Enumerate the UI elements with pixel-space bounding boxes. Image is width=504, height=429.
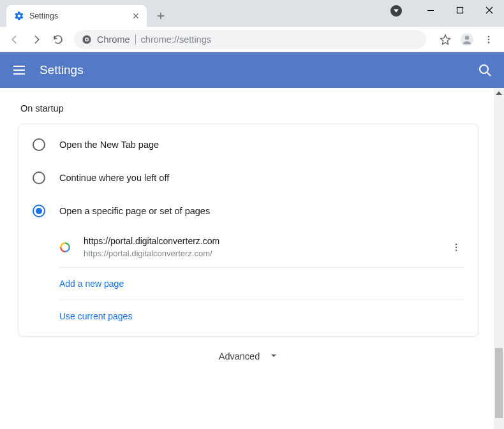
minimize-button[interactable] [416, 0, 445, 20]
page-favicon [59, 242, 71, 253]
add-page-label: Add a new page [59, 279, 124, 289]
omnibox-prefix: Chrome [97, 34, 130, 45]
scrollbar[interactable] [494, 88, 504, 429]
settings-header: Settings [0, 52, 504, 88]
window-controls [416, 0, 504, 20]
radio-continue[interactable]: Continue where you left off [19, 161, 478, 194]
maximize-button[interactable] [445, 0, 475, 20]
svg-point-8 [488, 38, 490, 40]
site-info-icon[interactable] [82, 34, 92, 45]
scroll-up-icon[interactable] [494, 88, 504, 98]
svg-point-7 [488, 36, 490, 38]
startup-page-row: https://portal.digitalconverterz.com htt… [59, 228, 464, 268]
radio-label: Continue where you left off [59, 173, 169, 183]
use-current-link[interactable]: Use current pages [59, 300, 464, 332]
browser-tab[interactable]: Settings [6, 5, 147, 27]
page-entry-title: https://portal.digitalconverterz.com [84, 235, 448, 248]
page-entry-url: https://portal.digitalconverterz.com/ [84, 248, 448, 259]
svg-point-10 [480, 65, 488, 73]
radio-icon [33, 171, 45, 184]
svg-point-17 [456, 249, 457, 251]
bookmark-star-icon[interactable] [435, 29, 456, 50]
svg-rect-1 [457, 8, 463, 13]
radio-new-tab[interactable]: Open the New Tab page [19, 128, 478, 161]
omnibox-separator [135, 34, 136, 45]
radio-label: Open a specific page or set of pages [59, 206, 210, 216]
new-tab-button[interactable] [152, 7, 170, 25]
forward-button[interactable] [27, 30, 46, 49]
profile-avatar-icon[interactable] [457, 29, 477, 50]
scrollbar-thumb[interactable] [495, 348, 503, 418]
svg-point-9 [488, 41, 490, 43]
close-icon[interactable] [131, 11, 140, 20]
search-icon[interactable] [477, 62, 493, 78]
svg-point-4 [85, 38, 87, 40]
chrome-menu-icon[interactable] [478, 29, 499, 50]
omnibox-url: chrome://settings [141, 34, 211, 45]
radio-label: Open the New Tab page [59, 140, 159, 150]
svg-point-15 [456, 244, 457, 245]
advanced-toggle[interactable]: Advanced [18, 337, 478, 367]
media-indicator-icon[interactable] [390, 5, 402, 17]
add-page-link[interactable]: Add a new page [59, 268, 464, 300]
section-heading: On startup [18, 103, 478, 113]
close-window-button[interactable] [475, 0, 504, 20]
browser-toolbar: Chrome chrome://settings [0, 27, 504, 52]
startup-card: Open the New Tab page Continue where you… [18, 124, 478, 337]
use-current-label: Use current pages [59, 311, 132, 321]
settings-content: On startup Open the New Tab page Continu… [0, 88, 494, 382]
radio-specific-pages[interactable]: Open a specific page or set of pages [19, 194, 478, 228]
hamburger-menu-icon[interactable] [11, 62, 27, 78]
page-title: Settings [40, 63, 477, 77]
radio-icon [33, 138, 45, 151]
advanced-label: Advanced [219, 351, 260, 361]
window-titlebar: Settings [0, 0, 504, 27]
more-actions-icon[interactable] [448, 240, 464, 255]
tab-title: Settings [29, 11, 131, 20]
gear-icon [14, 11, 24, 21]
svg-point-6 [465, 36, 469, 40]
radio-icon [33, 205, 45, 217]
address-bar[interactable]: Chrome chrome://settings [74, 30, 426, 49]
back-button[interactable] [5, 30, 24, 49]
reload-button[interactable] [48, 30, 68, 49]
chevron-down-icon [270, 351, 278, 362]
svg-rect-0 [427, 10, 434, 11]
svg-point-16 [456, 247, 457, 248]
